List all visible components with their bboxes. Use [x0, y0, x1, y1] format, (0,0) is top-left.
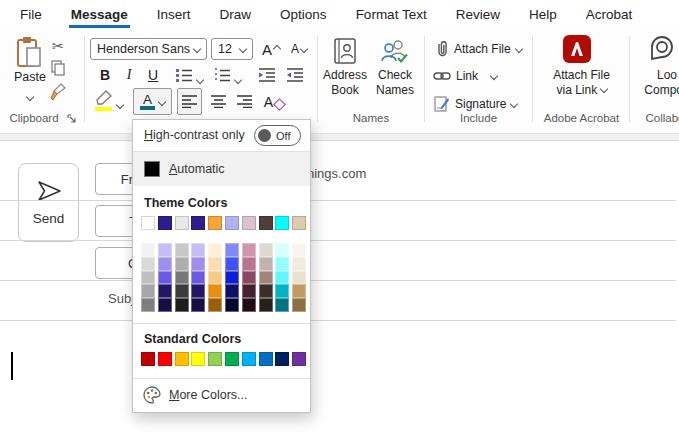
color-swatch[interactable] [292, 257, 306, 271]
menu-tab-file[interactable]: File [18, 2, 44, 28]
bullets-chevron[interactable] [197, 71, 203, 89]
bold-button[interactable]: B [94, 64, 116, 86]
color-swatch[interactable] [191, 352, 205, 366]
clipboard-dialog-launcher-icon[interactable] [67, 114, 77, 124]
signature-button[interactable]: Signature [434, 96, 517, 112]
color-swatch[interactable] [275, 216, 289, 230]
menu-tab-insert[interactable]: Insert [155, 2, 193, 28]
color-swatch[interactable] [158, 271, 172, 285]
color-swatch[interactable] [242, 284, 256, 298]
color-swatch[interactable] [175, 216, 189, 230]
color-swatch[interactable] [275, 284, 289, 298]
menu-tab-review[interactable]: Review [454, 2, 502, 28]
color-swatch[interactable] [208, 298, 222, 312]
color-swatch[interactable] [259, 284, 273, 298]
color-swatch[interactable] [208, 352, 222, 366]
color-swatch[interactable] [158, 352, 172, 366]
check-names-label-1[interactable]: Check [369, 68, 421, 83]
highlight-color-button[interactable] [92, 89, 114, 113]
color-swatch[interactable] [141, 257, 155, 271]
attach-via-link-label-1[interactable]: Attach File [533, 68, 630, 83]
menu-tab-draw[interactable]: Draw [218, 2, 254, 28]
shrink-font-button[interactable]: A [287, 38, 311, 60]
link-button[interactable]: Link [433, 69, 497, 83]
color-swatch[interactable] [225, 257, 239, 271]
color-swatch[interactable] [292, 352, 306, 366]
color-swatch[interactable] [242, 216, 256, 230]
color-swatch[interactable] [191, 284, 205, 298]
font-name-select[interactable]: Henderson Sans [90, 38, 207, 60]
color-swatch[interactable] [242, 243, 256, 257]
color-swatch[interactable] [208, 216, 222, 230]
grow-font-button[interactable]: A [258, 38, 284, 60]
menu-tab-acrobat[interactable]: Acrobat [584, 2, 635, 28]
color-swatch[interactable] [141, 216, 155, 230]
highlight-chevron[interactable] [117, 96, 123, 114]
address-book-button[interactable] [331, 37, 359, 65]
increase-indent-icon[interactable] [286, 67, 304, 83]
font-size-select[interactable]: 12 [211, 38, 253, 60]
color-swatch[interactable] [225, 243, 239, 257]
color-swatch[interactable] [292, 298, 306, 312]
color-swatch[interactable] [141, 298, 155, 312]
bullets-icon[interactable] [176, 67, 193, 83]
menu-tab-options[interactable]: Options [278, 2, 329, 28]
color-swatch[interactable] [275, 243, 289, 257]
color-swatch[interactable] [191, 216, 205, 230]
clear-formatting-button[interactable]: A [260, 88, 288, 115]
color-swatch[interactable] [225, 271, 239, 285]
color-swatch[interactable] [259, 243, 273, 257]
color-swatch[interactable] [175, 243, 189, 257]
color-swatch[interactable] [175, 271, 189, 285]
color-swatch[interactable] [275, 298, 289, 312]
align-right-button[interactable] [232, 88, 257, 115]
automatic-color-item[interactable]: Automatic [133, 152, 310, 186]
color-swatch[interactable] [292, 271, 306, 285]
high-contrast-toggle-row[interactable]: High-contrast only [144, 128, 245, 142]
menu-tab-message[interactable]: Message [69, 2, 130, 28]
color-swatch[interactable] [225, 352, 239, 366]
color-swatch[interactable] [292, 216, 306, 230]
menu-tab-format-text[interactable]: Format Text [354, 2, 429, 28]
copy-icon[interactable] [50, 60, 66, 76]
color-swatch[interactable] [242, 257, 256, 271]
color-swatch[interactable] [158, 284, 172, 298]
address-book-label-1[interactable]: Address [316, 68, 374, 83]
color-swatch[interactable] [191, 298, 205, 312]
decrease-indent-icon[interactable] [258, 67, 276, 83]
color-swatch[interactable] [158, 243, 172, 257]
color-swatch[interactable] [259, 352, 273, 366]
color-swatch[interactable] [242, 298, 256, 312]
color-swatch[interactable] [242, 271, 256, 285]
menu-tab-help[interactable]: Help [527, 2, 559, 28]
color-swatch[interactable] [175, 257, 189, 271]
cut-icon[interactable]: ✂ [52, 38, 64, 54]
format-painter-icon[interactable] [48, 82, 68, 102]
send-button[interactable]: Send [18, 163, 79, 242]
paste-dropdown-chevron[interactable] [27, 88, 33, 106]
attach-file-button[interactable]: Attach File [435, 40, 522, 58]
color-swatch[interactable] [259, 216, 273, 230]
color-swatch[interactable] [191, 271, 205, 285]
more-colors-item[interactable]: More Colors... [133, 379, 310, 411]
font-color-button[interactable]: A [133, 88, 172, 115]
color-swatch[interactable] [158, 216, 172, 230]
color-swatch[interactable] [259, 298, 273, 312]
color-swatch[interactable] [158, 298, 172, 312]
color-swatch[interactable] [242, 352, 256, 366]
color-swatch[interactable] [275, 352, 289, 366]
color-swatch[interactable] [191, 243, 205, 257]
italic-button[interactable]: I [119, 64, 139, 86]
paste-button[interactable] [12, 35, 48, 71]
color-swatch[interactable] [158, 257, 172, 271]
color-swatch[interactable] [292, 284, 306, 298]
attach-via-link-label-2[interactable]: via Link [533, 83, 630, 98]
color-swatch[interactable] [191, 257, 205, 271]
color-swatch[interactable] [141, 352, 155, 366]
color-swatch[interactable] [175, 284, 189, 298]
color-swatch[interactable] [141, 284, 155, 298]
color-swatch[interactable] [208, 243, 222, 257]
high-contrast-toggle[interactable]: Off [254, 125, 301, 146]
color-swatch[interactable] [141, 243, 155, 257]
numbering-chevron[interactable] [235, 71, 241, 89]
